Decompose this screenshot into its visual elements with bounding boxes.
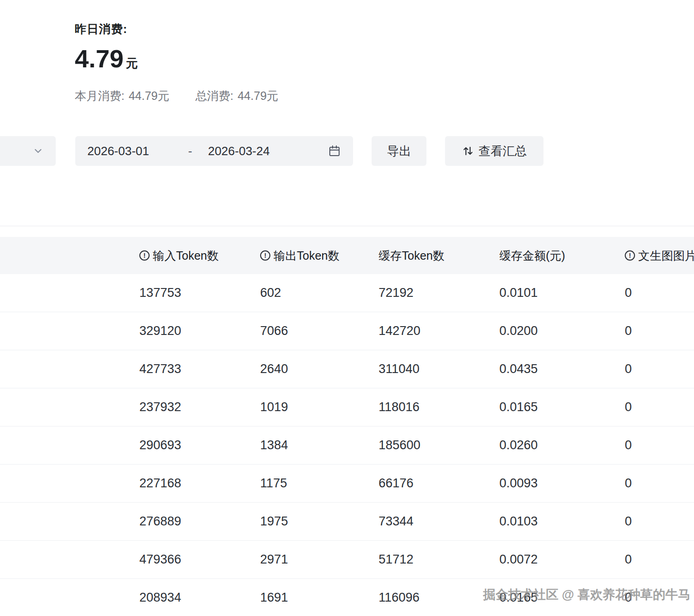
- table-cell-cache-amount: 0.0200: [499, 324, 625, 338]
- table-cell-input-tokens: 137753: [139, 286, 260, 300]
- date-start[interactable]: 2026-03-01: [87, 144, 149, 158]
- table-cell-cached-tokens: 118016: [379, 400, 499, 414]
- table-cell-input-tokens: 479366: [139, 552, 260, 567]
- table-cell-text-to-image-images: 0: [625, 476, 694, 491]
- total-consumption-label: 总消费:: [196, 89, 234, 102]
- date-separator: -: [188, 144, 192, 158]
- yesterday-consumption-label: 昨日消费:: [75, 21, 278, 37]
- export-button[interactable]: 导出: [372, 136, 426, 166]
- table-cell-text-to-image-images: 0: [625, 400, 694, 414]
- column-header-label: 缓存金额(元): [499, 248, 565, 263]
- date-end[interactable]: 2026-03-24: [208, 144, 270, 158]
- column-header-label: 输出Token数: [274, 248, 340, 263]
- table-cell-text-to-image-images: 0: [625, 362, 694, 376]
- toolbar: 2026-03-01 - 2026-03-24 导出 查看汇总: [0, 136, 694, 166]
- date-range-picker[interactable]: 2026-03-01 - 2026-03-24: [75, 136, 353, 166]
- consumption-summary: 昨日消费: 4.79元 本月消费:44.79元 总消费:44.79元: [75, 21, 278, 104]
- column-header-label: 文生图图片: [638, 248, 694, 263]
- info-icon[interactable]: !: [260, 250, 270, 261]
- column-header-label: 缓存Token数: [379, 248, 445, 263]
- table-cell-output-tokens: 2640: [260, 362, 379, 376]
- table-cell-input-tokens: 290693: [139, 438, 260, 452]
- table-cell-cached-tokens: 185600: [379, 438, 499, 452]
- table-cell-cached-tokens: 72192: [379, 286, 499, 300]
- table-cell-output-tokens: 1384: [260, 438, 379, 452]
- table-cell-input-tokens: 427733: [139, 362, 260, 376]
- table-cell-text-to-image-images: 0: [625, 514, 694, 529]
- column-header-input-tokens: !输入Token数: [139, 248, 260, 263]
- table-cell-cache-amount: 0.0165: [499, 590, 625, 605]
- table-cell-input-tokens: 237932: [139, 400, 260, 414]
- filter-select[interactable]: [0, 136, 56, 166]
- table-row: 23793210191180160.01650: [0, 388, 694, 426]
- table-cell-output-tokens: 7066: [260, 324, 379, 338]
- table-cell-cached-tokens: 142720: [379, 324, 499, 338]
- column-header-cache-amount: 缓存金额(元): [499, 248, 625, 263]
- usage-table: !输入Token数!输出Token数缓存Token数缓存金额(元)!文生图图片1…: [0, 226, 694, 616]
- table-cell-text-to-image-images: 0: [625, 324, 694, 338]
- table-cell-cached-tokens: 66176: [379, 476, 499, 491]
- table-cell-output-tokens: 1019: [260, 400, 379, 414]
- table-cell-cache-amount: 0.0260: [499, 438, 625, 452]
- table-cell-input-tokens: 329120: [139, 324, 260, 338]
- view-summary-button[interactable]: 查看汇总: [445, 136, 543, 166]
- table-cell-input-tokens: 276889: [139, 514, 260, 529]
- table-cell-text-to-image-images: 0: [625, 552, 694, 567]
- table-header-row: !输入Token数!输出Token数缓存Token数缓存金额(元)!文生图图片: [0, 237, 694, 274]
- table-cell-output-tokens: 1175: [260, 476, 379, 491]
- column-header-output-tokens: !输出Token数: [260, 248, 379, 263]
- table-cell-output-tokens: 1975: [260, 514, 379, 529]
- table-cell-output-tokens: 602: [260, 286, 379, 300]
- table-cell-output-tokens: 1691: [260, 590, 379, 605]
- info-icon[interactable]: !: [625, 250, 635, 261]
- table-row: 4793662971517120.00720: [0, 541, 694, 579]
- column-header-text-to-image-images: !文生图图片: [625, 248, 694, 263]
- calendar-icon: [328, 144, 341, 157]
- total-consumption-value: 44.79元: [237, 89, 278, 102]
- table-cell-input-tokens: 208934: [139, 590, 260, 605]
- table-cell-cache-amount: 0.0435: [499, 362, 625, 376]
- table-cell-cached-tokens: 116096: [379, 590, 499, 605]
- table-row: 42773326403110400.04350: [0, 350, 694, 388]
- table-row: 2271681175661760.00930: [0, 465, 694, 503]
- column-header-cached-tokens: 缓存Token数: [379, 248, 499, 263]
- table-row: 2768891975733440.01030: [0, 503, 694, 541]
- table-cell-cached-tokens: 311040: [379, 362, 499, 376]
- column-header-label: 输入Token数: [153, 248, 219, 263]
- total-consumption: 总消费:44.79元: [196, 88, 279, 104]
- table-cell-output-tokens: 2971: [260, 552, 379, 567]
- table-cell-text-to-image-images: 0: [625, 590, 694, 605]
- yesterday-consumption-value: 4.79元: [75, 45, 278, 72]
- view-summary-label: 查看汇总: [478, 143, 527, 159]
- info-icon[interactable]: !: [139, 250, 150, 261]
- table-cell-cache-amount: 0.0072: [499, 552, 625, 567]
- table-cell-text-to-image-images: 0: [625, 438, 694, 452]
- table-row: 29069313841856000.02600: [0, 426, 694, 465]
- month-consumption-value: 44.79元: [129, 89, 170, 102]
- table-cell-cache-amount: 0.0103: [499, 514, 625, 529]
- month-consumption: 本月消费:44.79元: [75, 88, 170, 104]
- table-cell-cached-tokens: 73344: [379, 514, 499, 529]
- table-cell-text-to-image-images: 0: [625, 286, 694, 300]
- table-cell-input-tokens: 227168: [139, 476, 260, 491]
- sort-icon: [462, 145, 474, 157]
- month-consumption-label: 本月消费:: [75, 89, 124, 102]
- table-cell-cache-amount: 0.0093: [499, 476, 625, 491]
- table-row: 137753602721920.01010: [0, 274, 694, 312]
- table-row: 32912070661427200.02000: [0, 312, 694, 350]
- table-cell-cache-amount: 0.0165: [499, 400, 625, 414]
- chevron-down-icon: [33, 145, 44, 157]
- table-cell-cache-amount: 0.0101: [499, 286, 625, 300]
- table-row: 20893416911160960.01650: [0, 579, 694, 616]
- table-cell-cached-tokens: 51712: [379, 552, 499, 567]
- consumption-sub-stats: 本月消费:44.79元 总消费:44.79元: [75, 88, 278, 104]
- yesterday-unit: 元: [126, 56, 138, 70]
- yesterday-amount: 4.79: [75, 45, 124, 72]
